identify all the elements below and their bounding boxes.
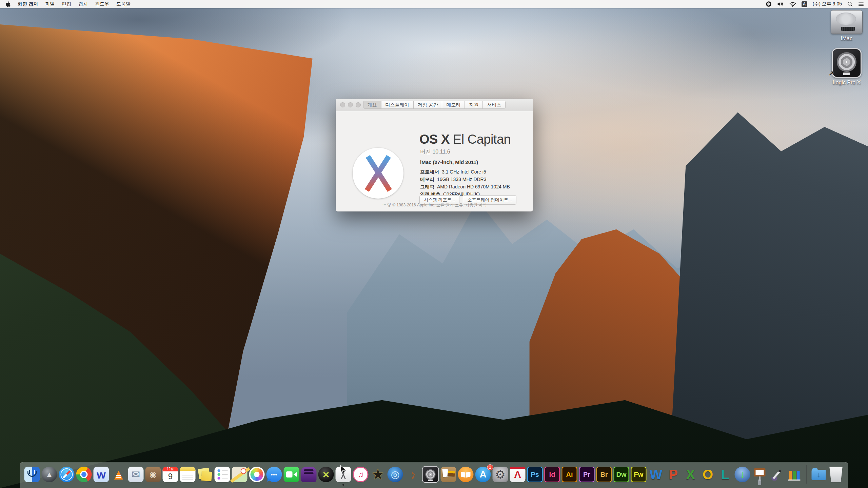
dock-chrome-icon[interactable] <box>76 467 92 482</box>
dock-bridge-icon[interactable]: Br <box>596 467 612 482</box>
logic-pro-icon <box>832 48 862 78</box>
dock-finder-icon[interactable] <box>24 467 40 482</box>
dock-premiere-pro-icon[interactable]: Pr <box>579 467 595 482</box>
tab-support[interactable]: 지원 <box>465 101 483 109</box>
dock-maps-icon[interactable] <box>232 467 248 482</box>
mail-glyph: ✉ <box>132 469 140 480</box>
menu-edit[interactable]: 편집 <box>62 1 71 7</box>
menu-clock[interactable]: (수) 오후 9:05 <box>813 1 842 7</box>
dock-x-media-app-icon[interactable]: × <box>318 467 334 482</box>
spec-graphics: 그래픽AMD Radeon HD 6970M 1024 MB <box>420 183 510 190</box>
acrobat-reader-glyph: Λ <box>514 469 521 480</box>
minimize-button[interactable] <box>348 102 353 107</box>
downloads-folder-glyph: ↓ <box>817 470 821 479</box>
dock-stickies-icon[interactable] <box>197 467 213 482</box>
tab-storage[interactable]: 저장 공간 <box>414 101 442 109</box>
dock-keynote-icon[interactable] <box>752 467 768 482</box>
dock-powerpoint-icon[interactable]: P <box>666 467 681 482</box>
app-store-badge: 1 <box>487 464 493 470</box>
dock-excel-icon[interactable]: X <box>683 467 698 482</box>
dock-system-preferences-icon[interactable]: ⚙ <box>493 467 508 482</box>
calendar-month-label: 12월 <box>163 467 178 471</box>
x-media-app-glyph: × <box>323 469 330 480</box>
bridge-glyph: Br <box>600 471 608 478</box>
dock-outlook-icon[interactable]: O <box>700 467 716 482</box>
tab-displays[interactable]: 디스플레이 <box>381 101 414 109</box>
app-store-glyph: A <box>479 470 486 479</box>
dock-calendar-icon[interactable]: 12월9 <box>163 467 178 482</box>
downloader-app-glyph: ↓ <box>740 469 745 480</box>
desktop-icon-label: Logic Pro X <box>833 80 861 86</box>
menu-file[interactable]: 파일 <box>45 1 55 7</box>
dock-dreamweaver-icon[interactable]: Dw <box>614 467 629 482</box>
dock-notes-icon[interactable] <box>180 467 196 482</box>
input-source-badge[interactable]: A <box>802 1 807 7</box>
about-this-mac-window: 개요 디스플레이 저장 공간 메모리 지원 서비스 OS X El Capita… <box>336 99 533 211</box>
contacts-glyph: ◉ <box>150 470 157 479</box>
dock-garageband-icon[interactable]: ♪ <box>405 467 420 482</box>
dock-photos-icon[interactable] <box>249 467 265 482</box>
dock-itunes-icon[interactable]: ♫ <box>353 467 369 482</box>
dock-ibooks-icon[interactable] <box>458 467 474 482</box>
screen-capture-grab-running-indicator <box>342 484 344 486</box>
fireworks-glyph: Fw <box>634 471 644 478</box>
menu-help[interactable]: 도움말 <box>116 1 131 7</box>
dock-vlc-icon[interactable]: ▲ <box>111 467 126 482</box>
dock-logic-pro-x-icon[interactable] <box>422 466 439 483</box>
dock-reminders-icon[interactable] <box>215 467 230 482</box>
dock-app-store-icon[interactable]: A1 <box>475 467 491 482</box>
dock-photoshop-icon[interactable]: Ps <box>527 467 543 482</box>
excel-glyph: X <box>686 468 695 481</box>
dock-contacts-icon[interactable]: ◉ <box>145 467 161 482</box>
dock-launchpad-icon[interactable]: ▲ <box>42 467 57 482</box>
dock-numbers-icon[interactable] <box>787 467 802 482</box>
zoom-button[interactable] <box>356 102 361 107</box>
dock-imovie-icon[interactable]: ★ <box>370 467 386 482</box>
menu-app-name[interactable]: 화면 캡처 <box>18 1 38 7</box>
volume-icon[interactable] <box>777 1 784 7</box>
dock-safari-icon[interactable] <box>59 467 75 482</box>
dock-trash-icon[interactable] <box>828 467 844 482</box>
wifi-icon[interactable] <box>789 2 796 7</box>
dock-word-icon[interactable]: W <box>648 467 664 482</box>
window-title-bar[interactable]: 개요 디스플레이 저장 공간 메모리 지원 서비스 <box>336 99 533 111</box>
vlc-glyph: ▲ <box>111 467 126 482</box>
notification-center-icon[interactable] <box>858 2 864 7</box>
os-title: OS X El Capitan <box>419 132 511 147</box>
dock-acrobat-reader-icon[interactable]: Λ <box>510 467 526 482</box>
idvd-glyph: ◎ <box>391 469 399 480</box>
dock-illustrator-icon[interactable]: Ai <box>562 467 577 482</box>
close-button[interactable] <box>340 102 345 107</box>
dock-lync-icon[interactable]: L <box>717 467 733 482</box>
dock-w-globe-app-icon[interactable]: w <box>94 467 109 482</box>
os-version: 버전 10.11.6 <box>420 148 450 156</box>
spec-processor: 프로세서3.1 GHz Intel Core i5 <box>420 168 510 176</box>
apple-menu-icon[interactable] <box>5 1 11 7</box>
tab-memory[interactable]: 메모리 <box>442 101 465 109</box>
dock-fireworks-icon[interactable]: Fw <box>631 467 647 482</box>
desktop-icon-imac-hd[interactable]: iMac <box>826 10 867 42</box>
desktop-icon-label: iMac <box>841 36 852 42</box>
menu-bar: 화면 캡처 파일 편집 캡처 윈도우 도움말 A (수) 오후 9:05 <box>0 0 868 8</box>
tab-service[interactable]: 서비스 <box>483 101 506 109</box>
dock-downloads-folder-icon[interactable]: ↓ <box>811 467 827 482</box>
premiere-pro-glyph: Pr <box>583 471 590 478</box>
imovie-glyph: ★ <box>372 467 384 482</box>
spotlight-search-icon[interactable] <box>847 1 853 7</box>
desktop-icon-logic-pro-alias[interactable]: ↗ Logic Pro X <box>826 48 867 86</box>
menu-window[interactable]: 윈도우 <box>95 1 109 7</box>
dock-downloader-app-icon[interactable]: ↓ <box>735 467 750 482</box>
fan-control-icon[interactable] <box>766 1 772 7</box>
dock-facetime-icon[interactable] <box>284 467 299 482</box>
dock-corkboard-app-icon[interactable] <box>441 467 456 482</box>
dock-pages-icon[interactable] <box>769 467 785 482</box>
dock-idvd-icon[interactable]: ◎ <box>388 467 403 482</box>
spec-list: 프로세서3.1 GHz Intel Core i5 메모리16GB 1333 M… <box>420 168 510 198</box>
tab-overview[interactable]: 개요 <box>363 101 381 109</box>
garageband-glyph: ♪ <box>408 467 417 482</box>
dock-messages-icon[interactable]: ••• <box>267 467 282 482</box>
dock-toast-icon[interactable] <box>301 467 317 482</box>
menu-capture[interactable]: 캡처 <box>78 1 88 7</box>
dock-mail-icon[interactable]: ✉ <box>128 467 144 482</box>
dock-indesign-icon[interactable]: Id <box>545 467 560 482</box>
